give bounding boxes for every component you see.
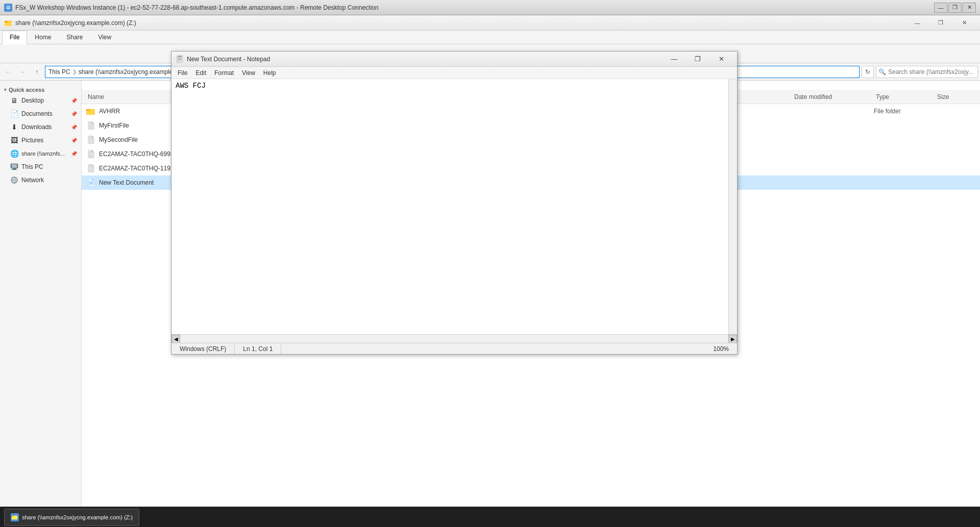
- pin-icon-pictures: 📌: [71, 138, 77, 143]
- search-input[interactable]: [888, 68, 974, 76]
- hscroll-left-button[interactable]: ◀: [172, 335, 180, 343]
- sidebar-item-pictures[interactable]: 🖼 Pictures 📌: [0, 134, 81, 147]
- svg-rect-6: [12, 169, 17, 170]
- file-icon-myfirstfile: [86, 120, 96, 131]
- taskbar: share (\\amznfsx2oxjycng.example.com) (Z…: [0, 507, 980, 527]
- downloads-icon: ⬇: [10, 123, 18, 131]
- svg-rect-2: [5, 21, 8, 22]
- menu-format[interactable]: Format: [210, 68, 238, 78]
- sidebar-item-network[interactable]: Network: [0, 173, 81, 187]
- sidebar-item-documents[interactable]: 📄 Documents 📌: [0, 107, 81, 120]
- rdp-restore-button[interactable]: ❐: [948, 3, 962, 13]
- notepad-statusbar: Windows (CRLF) Ln 1, Col 1 100%: [172, 343, 737, 354]
- explorer-minimize-button[interactable]: —: [905, 15, 929, 31]
- rdp-titlebar: 🖥 FSx_W Workshop Windows Instance (1) - …: [0, 0, 980, 15]
- svg-rect-4: [12, 164, 17, 168]
- rdp-window: 🖥 FSx_W Workshop Windows Instance (1) - …: [0, 0, 980, 527]
- quick-access-chevron-icon: ▾: [4, 87, 7, 92]
- refresh-button[interactable]: ↻: [862, 66, 874, 78]
- explorer-icon: [4, 19, 12, 27]
- sidebar-label-pictures: Pictures: [21, 137, 43, 144]
- sidebar-label-desktop: Desktop: [21, 97, 44, 104]
- forward-button[interactable]: →: [16, 66, 29, 78]
- svg-rect-24: [12, 515, 14, 516]
- sidebar-item-desktop[interactable]: 🖥 Desktop 📌: [0, 94, 81, 107]
- pin-icon-downloads: 📌: [71, 124, 77, 130]
- ribbon-tab-share[interactable]: Share: [59, 31, 90, 44]
- explorer-titlebar: share (\\amznfsx2oxjycng.example.com) (Z…: [0, 15, 980, 31]
- notepad-status-encoding: Windows (CRLF): [172, 343, 235, 354]
- sidebar: ▾ Quick access 🖥 Desktop 📌 📄 Documents 📌…: [0, 81, 82, 516]
- sidebar-label-thispc: This PC: [21, 163, 43, 170]
- notepad-title-text: New Text Document - Notepad: [187, 56, 663, 63]
- pictures-icon: 🖼: [10, 136, 18, 144]
- ribbon-tabs: File Home Share View: [0, 31, 980, 44]
- notepad-hscroll: ◀ ▶: [172, 334, 737, 343]
- col-header-size[interactable]: Size: [935, 90, 976, 104]
- ribbon-tab-home[interactable]: Home: [27, 31, 59, 44]
- svg-rect-13: [86, 109, 90, 111]
- sidebar-label-network: Network: [21, 177, 44, 184]
- search-icon: 🔍: [878, 68, 886, 76]
- explorer-close-button[interactable]: ✕: [952, 15, 976, 31]
- thispc-icon: [10, 163, 18, 171]
- file-icon-ec2amaz2: [86, 163, 96, 173]
- file-icon-mysecondfile: [86, 135, 96, 145]
- quick-access-header[interactable]: ▾ Quick access: [0, 85, 81, 94]
- file-icon-ec2amaz1: [86, 149, 96, 159]
- ribbon-tab-view[interactable]: View: [90, 31, 119, 44]
- pin-icon-documents: 📌: [71, 111, 77, 117]
- menu-help[interactable]: Help: [259, 68, 280, 78]
- taskbar-explorer-icon: [11, 513, 19, 521]
- folder-icon-avhrr: [86, 106, 96, 116]
- ribbon-tab-file[interactable]: File: [2, 31, 27, 44]
- col-header-date[interactable]: Date modified: [792, 90, 874, 104]
- rdp-icon: 🖥: [4, 4, 12, 12]
- pin-icon-desktop: 📌: [71, 98, 77, 104]
- share-icon: 🌐: [10, 149, 18, 158]
- notepad-status-zoom: 100%: [705, 343, 737, 354]
- col-header-type[interactable]: Type: [874, 90, 935, 104]
- notepad-restore-button[interactable]: ❐: [686, 52, 709, 67]
- explorer-title-text: share (\\amznfsx2oxjycng.example.com) (Z…: [15, 19, 905, 27]
- menu-edit[interactable]: Edit: [191, 68, 210, 78]
- sidebar-label-share: share (\\amznfs...: [21, 150, 65, 157]
- sidebar-item-share[interactable]: 🌐 share (\\amznfs... 📌: [0, 147, 81, 160]
- pin-icon-share: 📌: [71, 151, 77, 157]
- back-button[interactable]: ←: [2, 66, 14, 78]
- svg-rect-23: [12, 516, 17, 519]
- up-button[interactable]: ↑: [31, 66, 43, 78]
- path-arrow-1: ❯: [71, 69, 78, 74]
- svg-rect-5: [13, 168, 16, 169]
- sidebar-label-documents: Documents: [21, 110, 53, 117]
- hscroll-right-button[interactable]: ▶: [728, 335, 737, 343]
- notepad-menubar: File Edit Format View Help: [172, 67, 737, 79]
- notepad-controls: — ❐ ✕: [663, 52, 733, 67]
- file-type-avhrr: File folder: [874, 108, 935, 115]
- taskbar-explorer-label: share (\\amznfsx2oxjycng.example.com) (Z…: [22, 514, 133, 520]
- rdp-title-text: FSx_W Workshop Windows Instance (1) - ec…: [15, 4, 934, 11]
- notepad-minimize-button[interactable]: —: [663, 52, 686, 67]
- notepad-editor[interactable]: AWS FCJ: [172, 79, 737, 334]
- menu-file[interactable]: File: [174, 68, 191, 78]
- menu-view[interactable]: View: [238, 68, 259, 78]
- file-icon-newtextdoc: [86, 178, 96, 188]
- desktop-icon: 🖥: [10, 96, 18, 105]
- notepad-window: New Text Document - Notepad — ❐ ✕ File E…: [171, 51, 738, 355]
- sidebar-item-thispc[interactable]: This PC: [0, 160, 81, 173]
- rdp-controls: — ❐ ✕: [934, 3, 976, 13]
- notepad-content[interactable]: AWS FCJ: [172, 79, 737, 93]
- search-box: 🔍: [876, 66, 978, 78]
- notepad-scrollbar-vertical[interactable]: [728, 79, 737, 334]
- explorer-restore-button[interactable]: ❐: [929, 15, 952, 31]
- network-icon: [10, 176, 18, 184]
- notepad-close-button[interactable]: ✕: [709, 52, 733, 67]
- notepad-icon: [176, 55, 184, 63]
- rdp-close-button[interactable]: ✕: [963, 3, 976, 13]
- taskbar-button-explorer[interactable]: share (\\amznfsx2oxjycng.example.com) (Z…: [4, 509, 139, 526]
- svg-rect-18: [178, 56, 182, 57]
- path-this-pc[interactable]: This PC: [48, 68, 70, 76]
- sidebar-item-downloads[interactable]: ⬇ Downloads 📌: [0, 120, 81, 134]
- hscroll-track[interactable]: [180, 335, 728, 343]
- rdp-minimize-button[interactable]: —: [934, 3, 947, 13]
